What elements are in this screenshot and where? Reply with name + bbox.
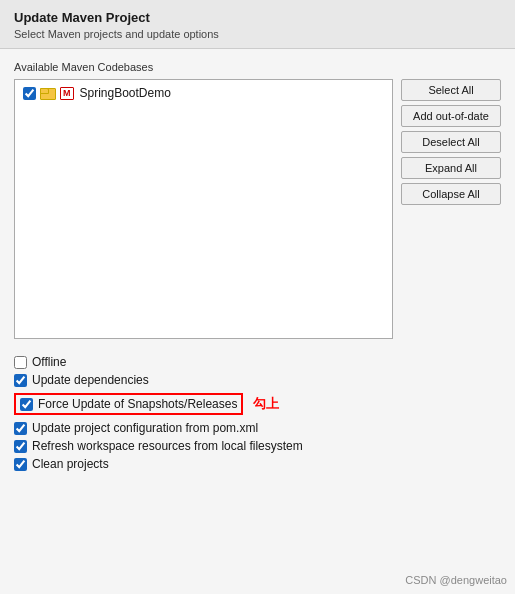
option-update-deps: Update dependencies	[14, 371, 501, 389]
dialog-subtitle: Select Maven projects and update options	[14, 28, 501, 40]
option-clean-projects: Clean projects	[14, 455, 501, 473]
option-offline-checkbox[interactable]	[14, 356, 27, 369]
option-force-update: Force Update of Snapshots/Releases	[14, 393, 243, 415]
dialog-header: Update Maven Project Select Maven projec…	[0, 0, 515, 49]
deselect-all-button[interactable]: Deselect All	[401, 131, 501, 153]
option-offline-label: Offline	[32, 355, 66, 369]
add-out-of-date-button[interactable]: Add out-of-date	[401, 105, 501, 127]
tree-item-label: SpringBootDemo	[80, 86, 171, 100]
option-update-config-checkbox[interactable]	[14, 422, 27, 435]
option-clean-projects-checkbox[interactable]	[14, 458, 27, 471]
tree-item-checkbox[interactable]	[23, 87, 36, 100]
available-label: Available Maven Codebases	[14, 61, 501, 73]
dialog-body: Available Maven Codebases M SpringBootDe…	[0, 49, 515, 485]
option-update-deps-label: Update dependencies	[32, 373, 149, 387]
option-update-deps-checkbox[interactable]	[14, 374, 27, 387]
option-force-update-label: Force Update of Snapshots/Releases	[38, 397, 237, 411]
option-update-config: Update project configuration from pom.xm…	[14, 419, 501, 437]
tree-item[interactable]: M SpringBootDemo	[19, 84, 388, 102]
collapse-all-button[interactable]: Collapse All	[401, 183, 501, 205]
dialog-title: Update Maven Project	[14, 10, 501, 25]
folder-icon	[40, 86, 56, 100]
option-refresh-workspace-checkbox[interactable]	[14, 440, 27, 453]
option-update-config-label: Update project configuration from pom.xm…	[32, 421, 258, 435]
option-refresh-workspace: Refresh workspace resources from local f…	[14, 437, 501, 455]
watermark: CSDN @dengweitao	[405, 574, 507, 586]
option-force-update-checkbox[interactable]	[20, 398, 33, 411]
tree-panel: M SpringBootDemo	[14, 79, 393, 339]
maven-badge: M	[60, 87, 74, 100]
expand-all-button[interactable]: Expand All	[401, 157, 501, 179]
buttons-panel: Select All Add out-of-date Deselect All …	[401, 79, 501, 339]
update-maven-dialog: Update Maven Project Select Maven projec…	[0, 0, 515, 594]
option-refresh-workspace-label: Refresh workspace resources from local f…	[32, 439, 303, 453]
option-clean-projects-label: Clean projects	[32, 457, 109, 471]
select-all-button[interactable]: Select All	[401, 79, 501, 101]
annotation-text: 勾上	[253, 395, 279, 413]
highlighted-row-container: Force Update of Snapshots/Releases 勾上	[14, 391, 501, 417]
main-area: M SpringBootDemo Select All Add out-of-d…	[14, 79, 501, 339]
option-offline: Offline	[14, 353, 501, 371]
options-section: Offline Update dependencies Force Update…	[14, 353, 501, 473]
